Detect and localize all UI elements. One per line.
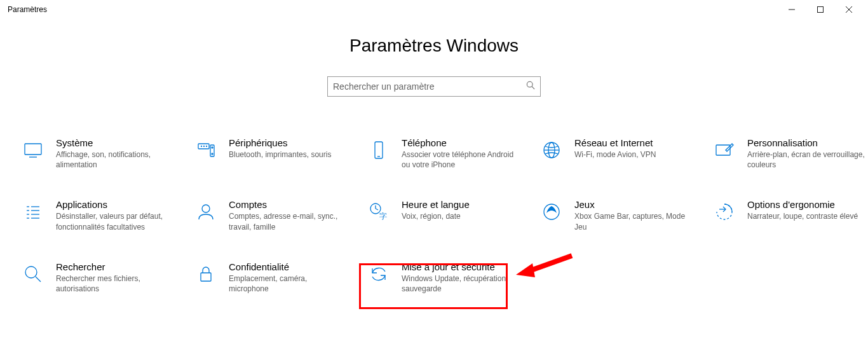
svg-line-5 [532,86,534,89]
tile-phone[interactable]: Téléphone Associer votre téléphone Andro… [363,135,524,172]
tile-desc: Emplacement, caméra, microphone [229,273,348,294]
svg-point-12 [201,146,202,147]
svg-point-14 [207,146,207,147]
page-title: Paramètres Windows [0,36,868,56]
tile-personalization[interactable]: Personnalisation Arrière-plan, écran de … [709,135,868,172]
tile-desc: Wi-Fi, mode Avion, VPN [574,149,694,160]
magnifier-icon [20,261,46,287]
tile-desc: Associer votre téléphone Android ou votr… [402,149,521,170]
tile-title: Applications [56,199,175,210]
search-input[interactable] [333,81,526,92]
tile-apps[interactable]: Applications Désinstaller, valeurs par d… [18,197,178,234]
tile-gaming[interactable]: Jeux Xbox Game Bar, captures, Mode Jeu [536,197,696,234]
tile-privacy[interactable]: Confidentialité Emplacement, caméra, mic… [191,259,351,296]
svg-line-37 [36,277,41,282]
svg-point-11 [212,153,213,155]
apps-icon [20,199,46,225]
tile-desc: Comptes, adresse e-mail, sync., travail,… [229,211,348,232]
tile-desc: Rechercher mes fichiers, autorisations [56,273,175,294]
tile-network[interactable]: Réseau et Internet Wi-Fi, mode Avion, VP… [536,135,696,172]
tile-title: Options d'ergonomie [747,199,867,210]
window-title: Paramètres [8,5,47,14]
minimize-button[interactable] [777,0,806,19]
tile-desc: Narrateur, loupe, contraste élevé [747,211,867,221]
svg-point-29 [202,205,210,212]
svg-point-36 [25,266,37,278]
time-language-icon: 字 [366,199,391,225]
personalization-icon [712,137,737,163]
network-icon [539,137,564,163]
svg-rect-6 [25,144,41,155]
tile-desc: Arrière-plan, écran de verrouillage, cou… [747,149,867,170]
tile-desc: Désinstaller, valeurs par défaut, foncti… [56,211,175,232]
tile-title: Mise à jour et sécurité [402,261,521,272]
maximize-button[interactable] [806,0,834,19]
tile-ease-of-access[interactable]: Options d'ergonomie Narrateur, loupe, co… [709,197,868,234]
tile-desc: Voix, région, date [402,211,521,221]
tile-title: Confidentialité [229,261,348,272]
tile-title: Réseau et Internet [574,137,694,148]
tile-system[interactable]: Système Affichage, son, notifications, a… [18,135,178,172]
svg-rect-15 [375,142,383,158]
gaming-icon [539,199,564,225]
tile-title: Personnalisation [747,137,867,148]
tile-title: Système [56,137,175,148]
tile-time-language[interactable]: 字 Heure et langue Voix, région, date [363,197,524,234]
tile-search[interactable]: Rechercher Rechercher mes fichiers, auto… [18,259,178,296]
svg-point-4 [527,81,532,87]
tile-title: Téléphone [402,137,521,148]
tile-accounts[interactable]: Comptes Comptes, adresse e-mail, sync., … [191,197,351,234]
ease-of-access-icon [712,199,737,225]
tile-desc: Affichage, son, notifications, alimentat… [56,149,175,170]
tile-title: Comptes [229,199,348,210]
privacy-icon [193,261,219,287]
tile-desc: Bluetooth, imprimantes, souris [229,149,348,160]
svg-text:字: 字 [379,212,387,221]
close-button[interactable] [834,0,863,19]
update-icon [366,261,391,287]
search-box[interactable] [327,76,541,97]
tile-devices[interactable]: Périphériques Bluetooth, imprimantes, so… [191,135,351,172]
svg-rect-38 [201,273,211,281]
tile-title: Heure et langue [402,199,521,210]
svg-point-13 [204,146,205,147]
tile-update-security[interactable]: Mise à jour et sécurité Windows Update, … [363,259,524,296]
tile-desc: Xbox Game Bar, captures, Mode Jeu [574,211,694,232]
tile-title: Jeux [574,199,694,210]
search-icon [526,81,535,92]
svg-rect-1 [817,7,823,13]
svg-point-10 [212,147,213,148]
system-icon [20,137,46,163]
phone-icon [366,137,391,163]
svg-line-32 [376,209,378,210]
tile-desc: Windows Update, récupération, sauvegarde [402,273,521,294]
tile-title: Périphériques [229,137,348,148]
accounts-icon [193,199,219,225]
tile-title: Rechercher [56,261,175,272]
devices-icon [193,137,219,163]
